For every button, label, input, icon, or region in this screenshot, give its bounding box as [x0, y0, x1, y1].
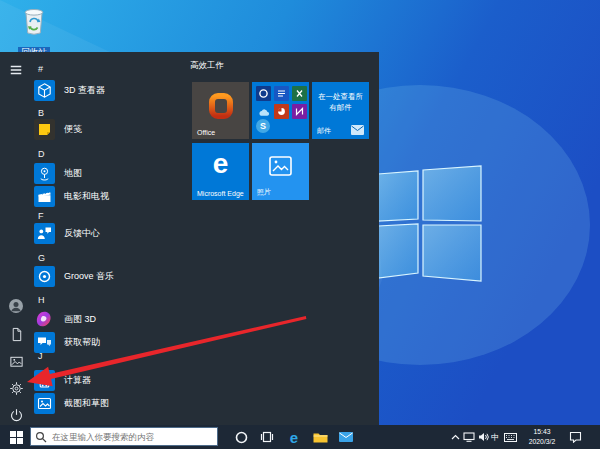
search-icon [35, 431, 47, 443]
tile-photos-label: 照片 [257, 187, 271, 197]
app-label: Groove 音乐 [64, 270, 114, 283]
app-item-movies-tv[interactable]: 电影和电视 [34, 185, 109, 207]
chevron-up-icon [451, 434, 460, 440]
tile-office[interactable]: Office [192, 82, 249, 139]
mail-taskbar-button[interactable] [336, 425, 356, 449]
app-item-feedback-hub[interactable]: 反馈中心 [34, 222, 100, 244]
photos-icon [252, 143, 309, 193]
edge-logo: e [192, 149, 249, 179]
user-icon [8, 298, 24, 314]
cube-icon [34, 80, 55, 101]
section-header-d[interactable]: D [38, 147, 45, 161]
action-center-icon [569, 431, 582, 443]
paint3d-icon [34, 309, 55, 330]
tray-clock[interactable]: 15:43 2020/3/2 [522, 427, 562, 447]
section-header-hash[interactable]: # [38, 62, 43, 76]
mail-icon [339, 432, 353, 442]
app-label: 画图 3D [64, 313, 96, 326]
touch-keyboard-button[interactable] [502, 425, 518, 449]
tray-chevron-button[interactable] [448, 425, 462, 449]
excel-icon [292, 86, 307, 101]
user-account-button[interactable] [0, 292, 32, 320]
app-item-groove-music[interactable]: Groove 音乐 [34, 265, 114, 287]
clock-date: 2020/3/2 [522, 437, 562, 447]
speaker-icon [478, 432, 489, 442]
action-center-button[interactable] [564, 425, 586, 449]
mail-tile-promo: 在一处查看所有邮件 [315, 92, 366, 114]
gear-icon [9, 381, 24, 396]
tile-photos[interactable]: 照片 [252, 143, 309, 200]
feedback-icon [34, 223, 55, 244]
recycle-bin[interactable]: 回收站 [12, 3, 56, 59]
tile-group-title[interactable]: 高效工作 [190, 60, 224, 72]
screen: 回收站 [0, 0, 600, 449]
start-button[interactable] [4, 425, 28, 449]
tile-office-label: Office [197, 129, 215, 136]
snip-sketch-icon [34, 393, 55, 414]
taskbar: e [0, 425, 600, 449]
edge-icon: e [290, 429, 298, 446]
app-label: 获取帮助 [64, 336, 100, 349]
section-header-j[interactable]: J [38, 349, 43, 363]
app-item-3d-viewer[interactable]: 3D 查看器 [34, 79, 105, 101]
recycle-bin-icon [19, 3, 49, 37]
cortana-icon [235, 431, 248, 444]
app-label: 便笺 [64, 123, 82, 136]
edge-taskbar-button[interactable]: e [284, 425, 304, 449]
app-item-paint-3d[interactable]: 画图 3D [34, 308, 96, 330]
pictures-button[interactable] [0, 347, 32, 375]
onenote-icon [292, 104, 307, 119]
tile-edge[interactable]: e Microsoft Edge [192, 143, 249, 200]
app-label: 3D 查看器 [64, 84, 105, 97]
taskbar-search-box[interactable] [30, 427, 218, 446]
envelope-icon [351, 125, 364, 135]
word-icon [274, 86, 289, 101]
section-header-g[interactable]: G [38, 251, 45, 265]
movies-icon [34, 186, 55, 207]
tile-mail-label: 邮件 [317, 126, 331, 136]
app-label: 截图和草图 [64, 397, 109, 410]
network-tray-button[interactable] [462, 425, 476, 449]
windows-logo-icon [10, 431, 23, 444]
tile-office-folder[interactable]: S [252, 82, 309, 139]
file-explorer-button[interactable] [310, 425, 330, 449]
task-view-button[interactable] [257, 425, 277, 449]
sticky-note-icon [34, 119, 55, 140]
document-icon [9, 327, 24, 342]
hamburger-icon [9, 63, 23, 77]
app-label: 电影和电视 [64, 190, 109, 203]
keyboard-icon [504, 433, 517, 442]
network-icon [463, 432, 475, 442]
section-header-h[interactable]: H [38, 293, 45, 307]
task-view-icon [260, 431, 274, 443]
app-item-snip-sketch[interactable]: 截图和草图 [34, 392, 109, 414]
tile-mail[interactable]: 在一处查看所有邮件 邮件 [312, 82, 369, 139]
app-label: 反馈中心 [64, 227, 100, 240]
powerpoint-icon [274, 104, 289, 119]
app-item-sticky-notes[interactable]: 便笺 [34, 118, 82, 140]
app-item-get-help[interactable]: 获取帮助 [34, 331, 100, 353]
map-pin-icon [34, 163, 55, 184]
power-icon [9, 408, 24, 423]
pictures-icon [9, 354, 24, 369]
onedrive-icon [256, 104, 271, 119]
documents-button[interactable] [0, 320, 32, 348]
app-label: 地图 [64, 167, 82, 180]
section-header-f[interactable]: F [38, 209, 44, 223]
cortana-button[interactable] [231, 425, 251, 449]
search-input[interactable] [52, 429, 212, 444]
app-item-calculator[interactable]: 计算器 [34, 369, 91, 391]
calculator-icon [34, 370, 55, 391]
tile-edge-label: Microsoft Edge [197, 190, 244, 197]
ime-label: 中 [491, 432, 499, 443]
groove-icon [34, 266, 55, 287]
app-item-maps[interactable]: 地图 [34, 162, 82, 184]
expand-menu-button[interactable] [0, 56, 32, 84]
folder-icon [313, 431, 328, 443]
skype-icon: S [256, 119, 270, 133]
ime-indicator[interactable]: 中 [488, 425, 502, 449]
outlook-icon [256, 86, 271, 101]
start-menu: # 3D 查看器 B 便笺 D [0, 52, 379, 425]
clock-time: 15:43 [522, 427, 562, 437]
settings-button[interactable] [0, 374, 32, 402]
